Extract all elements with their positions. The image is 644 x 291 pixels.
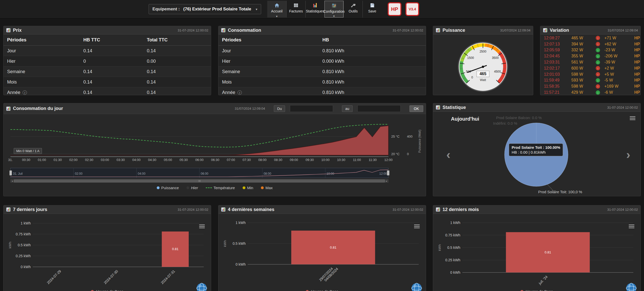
variation-time: 12:08:27 bbox=[544, 36, 571, 40]
variation-list: 12:08:27465 W↑+71 WHP12:07:13394 W↑+62 W… bbox=[540, 35, 640, 95]
variation-time: 12:04:45 bbox=[544, 54, 571, 58]
svg-text:12:00: 12:00 bbox=[384, 158, 393, 162]
down-arrow-icon: ↓ bbox=[596, 48, 600, 52]
up-arrow-icon: ↑ bbox=[596, 36, 600, 40]
legend-label[interactable]: Heures de Base bbox=[96, 289, 123, 291]
menu-icon[interactable] bbox=[199, 224, 205, 229]
menu-icon[interactable] bbox=[414, 224, 420, 229]
variation-time: 12:01:03 bbox=[544, 72, 571, 77]
variation-power: 598 W bbox=[571, 72, 596, 77]
svg-text:08:00: 08:00 bbox=[264, 172, 271, 175]
variation-tariff: HP bbox=[629, 60, 640, 64]
svg-text:07:30: 07:30 bbox=[243, 158, 251, 162]
table-cell: Jour bbox=[4, 46, 80, 56]
svg-text:0.5 kWh: 0.5 kWh bbox=[233, 241, 246, 246]
svg-text:4500: 4500 bbox=[494, 70, 501, 73]
legend-item[interactable]: Max bbox=[261, 186, 273, 190]
globe-icon bbox=[411, 283, 422, 291]
panel-timestamp: 31-07-2024 12:00:02 bbox=[607, 106, 638, 109]
panel-puissance: Puissance 31/07/2024 12:09:04 0500150025… bbox=[433, 26, 533, 95]
panel-icon-slot bbox=[6, 207, 11, 212]
svg-text:04:30: 04:30 bbox=[148, 158, 156, 162]
scrollbar-thumb[interactable] bbox=[14, 180, 385, 182]
menu-item-label: Configuration bbox=[323, 9, 344, 13]
equipment-dropdown[interactable]: Equipement : (76) Extérieur Prod Solaire… bbox=[149, 4, 261, 14]
navigator-handle-right[interactable] bbox=[387, 170, 389, 175]
up-arrow-icon: ↑ bbox=[596, 72, 600, 76]
panel-timestamp: 31-07-2024 12:00:02 bbox=[607, 208, 638, 212]
chevron-down-icon: ▾ bbox=[256, 7, 258, 11]
table-row: Annéei0.810 kWh bbox=[218, 87, 426, 95]
svg-text:0: 0 bbox=[407, 152, 409, 156]
variation-time: 11:57:21 bbox=[544, 90, 571, 95]
legend-item[interactable]: Température bbox=[206, 186, 235, 190]
variation-power: 332 W bbox=[571, 48, 596, 52]
variation-tariff: HP bbox=[629, 36, 640, 40]
legend-label[interactable]: Heures de Base bbox=[526, 289, 553, 291]
panel-icon-slot bbox=[436, 105, 440, 110]
legend-marker bbox=[521, 290, 523, 291]
navigator-handle-left[interactable] bbox=[9, 170, 12, 175]
date-from-input[interactable] bbox=[290, 105, 333, 112]
table-cell: 0.810 kWh bbox=[319, 46, 426, 56]
table-cell: 0.14 bbox=[143, 67, 211, 77]
menu-item-factures[interactable]: Factures bbox=[286, 1, 305, 18]
panel-header: 4 dernières semaines 31-07-2024 12:00:02 bbox=[218, 205, 426, 214]
scroll-right-icon[interactable]: ▸ bbox=[385, 180, 388, 182]
svg-text:10:30: 10:30 bbox=[337, 158, 345, 162]
panel-title: Puissance bbox=[443, 28, 465, 33]
svg-text:06:00: 06:00 bbox=[195, 158, 204, 162]
menu-icon[interactable] bbox=[629, 224, 634, 229]
chevron-right-icon[interactable]: › bbox=[626, 150, 630, 160]
menu-item-outils[interactable]: Outils bbox=[343, 1, 363, 18]
legend-item[interactable]: Min bbox=[243, 186, 253, 190]
ok-button[interactable]: OK bbox=[410, 105, 423, 112]
variation-row: 12:07:13394 W↑+62 WHP bbox=[540, 41, 640, 47]
bar-value-label: 0.81 bbox=[545, 250, 551, 254]
svg-text:0 kWh: 0 kWh bbox=[21, 265, 31, 269]
menu-item-statistiques[interactable]: Statistiques bbox=[305, 1, 324, 18]
chevron-left-icon[interactable]: ‹ bbox=[446, 150, 450, 160]
menu-item-accueil[interactable]: Accueil▾ bbox=[267, 1, 286, 18]
date-to-input[interactable] bbox=[357, 105, 401, 112]
pie-datalabel: Prod Solaire Toit: 100,0 % bbox=[538, 190, 582, 194]
scroll-left-icon[interactable]: ◂ bbox=[11, 180, 14, 182]
legend-item[interactable]: Puissance bbox=[157, 186, 179, 190]
chart-panel-icon bbox=[436, 207, 440, 212]
variation-power: 600 W bbox=[571, 66, 596, 71]
legend-label[interactable]: Heures de Base bbox=[311, 289, 338, 291]
tooltip-value: HB : 0.00 | 0.81kWh bbox=[512, 150, 560, 154]
up-arrow-icon: ↑ bbox=[596, 42, 600, 46]
variation-power: 355 W bbox=[571, 54, 596, 58]
chart-scrollbar[interactable]: ◂ ▸ bbox=[10, 179, 388, 183]
panel-timestamp: 31/07/2024 12:09:04 bbox=[608, 28, 638, 32]
chart-navigator[interactable]: 31. Juil02:0004:0006:0008:0010:0012:00 bbox=[10, 168, 388, 178]
variation-tariff: HP bbox=[629, 66, 640, 71]
chart-panel-icon bbox=[6, 106, 11, 111]
table-cell: 0.14 bbox=[143, 77, 211, 87]
table-header-row: PériodesHB TTCTotal TTC bbox=[4, 35, 211, 46]
svg-text:02:30: 02:30 bbox=[85, 158, 93, 162]
menu-item-configuration[interactable]: Configuration▾ bbox=[324, 1, 343, 18]
down-arrow-icon: ↓ bbox=[596, 90, 600, 95]
home-icon bbox=[274, 3, 280, 8]
globe-icon bbox=[196, 283, 207, 291]
info-icon[interactable]: i bbox=[238, 90, 242, 95]
variation-time: 12:05:59 bbox=[544, 48, 571, 52]
variation-delta: -5 W bbox=[602, 78, 629, 83]
table-cell: 0.000 kWh bbox=[319, 56, 426, 67]
table-cell: Semaine bbox=[218, 67, 319, 77]
menu-item-save[interactable]: Save bbox=[363, 1, 382, 18]
menu-icon[interactable] bbox=[630, 116, 635, 121]
info-icon[interactable]: i bbox=[23, 90, 27, 95]
svg-text:05:00: 05:00 bbox=[164, 158, 172, 162]
table-cell: Mois bbox=[4, 77, 80, 87]
chart-panel-icon bbox=[436, 105, 440, 110]
bar-value-label: 0.81 bbox=[330, 246, 336, 249]
legend-item[interactable]: Hier bbox=[186, 186, 198, 190]
bar-chart-7-days: 1 kWh0.75 kWh0.5 kWh0.25 kWh0 kWh2024-07… bbox=[4, 214, 211, 289]
legend-label: Max bbox=[265, 186, 273, 190]
chart-legend: Heures de Base bbox=[4, 289, 211, 291]
power-area-series[interactable] bbox=[10, 126, 388, 155]
variation-delta: -23 W bbox=[602, 48, 629, 52]
